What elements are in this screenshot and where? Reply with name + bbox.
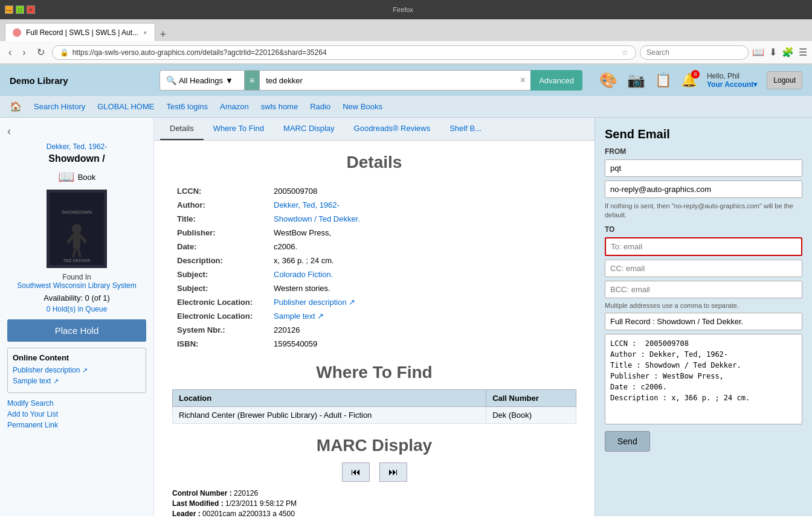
- sample-text-detail-link[interactable]: Sample text ↗: [274, 312, 324, 321]
- notification-bell[interactable]: 📋: [655, 72, 671, 88]
- marc-prev-btn[interactable]: ⏮: [342, 462, 370, 482]
- marc-controls: ⏮ ⏭: [172, 462, 576, 482]
- callnum-col-header: Call Number: [486, 390, 576, 407]
- detail-table: LCCN: 2005009708 Author: Dekker, Ted, 19…: [172, 184, 576, 351]
- nav-new-books[interactable]: New Books: [343, 102, 382, 111]
- from-note: If nothing is sent, then "no-reply@auto-…: [605, 202, 802, 220]
- search-clear-btn[interactable]: ×: [520, 75, 526, 86]
- title-detail-link[interactable]: Showdown / Ted Dekker.: [274, 214, 360, 223]
- add-to-list-link[interactable]: Add to Your List: [7, 410, 146, 418]
- from-default-input[interactable]: [605, 181, 802, 198]
- publisher-desc-link[interactable]: Publisher description ↗: [274, 298, 355, 307]
- forward-button[interactable]: ›: [19, 46, 29, 59]
- minimize-btn[interactable]: —: [5, 5, 13, 14]
- advanced-search-button[interactable]: Advanced: [530, 70, 582, 91]
- tab-where-to-find[interactable]: Where To Find: [204, 118, 274, 140]
- field-label: Subject:: [172, 267, 269, 281]
- field-value: Showdown / Ted Dekker.: [269, 212, 576, 226]
- permanent-link[interactable]: Permanent Link: [7, 421, 146, 429]
- from-label: FROM: [605, 147, 802, 156]
- publisher-description-link[interactable]: Publisher description ↗: [13, 366, 141, 374]
- nav-search-history[interactable]: Search History: [34, 102, 85, 111]
- book-cover: SHOWDOWN TED DEKKER: [47, 190, 107, 268]
- table-row: ISBN: 1595540059: [172, 337, 576, 351]
- camera-icon[interactable]: 📷: [627, 72, 645, 89]
- field-label: Author:: [172, 198, 269, 212]
- field-label: Title:: [172, 212, 269, 226]
- bell-notification[interactable]: 🔔 8: [681, 72, 697, 88]
- tab-goodreads[interactable]: Goodreads® Reviews: [344, 118, 440, 140]
- tab-shelf-browse[interactable]: Shelf B...: [440, 118, 491, 140]
- search-input[interactable]: [260, 70, 530, 91]
- logout-button[interactable]: Logout: [767, 71, 802, 89]
- maximize-btn[interactable]: □: [16, 5, 24, 14]
- title-bar: — □ × Firefox: [0, 0, 812, 19]
- field-label: Publisher:: [172, 226, 269, 240]
- field-value: Colorado Fiction.: [269, 267, 576, 281]
- email-subject-input[interactable]: [605, 313, 802, 330]
- table-row: Electronic Location: Sample text ↗: [172, 309, 576, 323]
- send-email-panel: Send Email FROM If nothing is sent, then…: [594, 118, 812, 516]
- subject-link-1[interactable]: Colorado Fiction.: [274, 270, 333, 279]
- active-tab[interactable]: Full Record | SWLS | SWLS | Aut... ×: [5, 23, 155, 41]
- nav-bar: 🏠 Search History GLOBAL HOME Test6 login…: [0, 96, 812, 118]
- nav-global-home[interactable]: GLOBAL HOME: [97, 102, 154, 111]
- email-body-textarea[interactable]: LCCN : 2005009708 Author : Dekker, Ted, …: [605, 334, 802, 424]
- close-btn[interactable]: ×: [27, 5, 35, 14]
- search-type-selector[interactable]: 🔍 All Headings ▼: [160, 70, 244, 91]
- field-label: Date:: [172, 240, 269, 254]
- browser-search-input[interactable]: [640, 45, 749, 60]
- place-hold-button[interactable]: Place Hold: [7, 319, 146, 342]
- location-cell: Richland Center (Brewer Public Library) …: [173, 407, 486, 424]
- field-label: System Nbr.:: [172, 323, 269, 337]
- holds-queue-link[interactable]: 0 Hold(s) in Queue: [7, 305, 146, 313]
- found-in-system-link[interactable]: Southwest Wisconsin Library System: [17, 281, 136, 290]
- search-type-icon: 🔍: [166, 75, 176, 85]
- download-icon[interactable]: ⬇: [769, 46, 777, 58]
- reader-icon[interactable]: 📖: [752, 46, 764, 58]
- callnum-cell: Dek (Book): [486, 407, 576, 424]
- field-value: Western stories.: [269, 281, 576, 295]
- to-email-input[interactable]: [605, 237, 802, 256]
- tab-close-btn[interactable]: ×: [143, 29, 147, 36]
- bcc-email-input[interactable]: [605, 281, 802, 298]
- nav-test6-logins[interactable]: Test6 logins: [166, 102, 208, 111]
- from-input[interactable]: [605, 159, 802, 177]
- back-button[interactable]: ‹: [5, 46, 15, 59]
- your-account-link[interactable]: Your Account▾: [707, 80, 757, 89]
- nav-radio[interactable]: Radio: [310, 102, 330, 111]
- extensions-icon[interactable]: 🧩: [782, 46, 794, 58]
- list-icon[interactable]: 📋: [655, 72, 671, 88]
- table-row: Subject: Colorado Fiction.: [172, 267, 576, 281]
- send-email-button[interactable]: Send: [605, 431, 650, 452]
- svg-point-4: [72, 224, 82, 234]
- menu-icon[interactable]: ☰: [799, 46, 807, 58]
- external-link-icon: ↗: [82, 366, 88, 374]
- color-wheel-icon[interactable]: 🎨: [599, 72, 617, 89]
- nav-home[interactable]: 🏠: [10, 101, 22, 112]
- cc-email-input[interactable]: [605, 260, 802, 277]
- tab-marc-display[interactable]: MARC Display: [274, 118, 344, 140]
- author-link[interactable]: Dekker, Ted, 1962-: [7, 142, 146, 151]
- marc-next-btn[interactable]: ⏭: [379, 462, 407, 482]
- field-value: Publisher description ↗: [269, 295, 576, 309]
- nav-swls-home[interactable]: swls home: [261, 102, 298, 111]
- new-tab-button[interactable]: +: [155, 28, 172, 41]
- found-in: Found In Southwest Wisconsin Library Sys…: [7, 273, 146, 290]
- reload-button[interactable]: ↻: [33, 45, 48, 59]
- nav-amazon[interactable]: Amazon: [220, 102, 249, 111]
- tab-details[interactable]: Details: [160, 118, 204, 140]
- url-bar[interactable]: 🔒 https://qa-swls-verso.auto-graphics.co…: [52, 45, 636, 60]
- tab-title: Full Record | SWLS | SWLS | Aut...: [26, 28, 138, 37]
- sample-text-link[interactable]: Sample text ↗: [13, 377, 141, 385]
- field-label: Subject:: [172, 281, 269, 295]
- library-name: Demo Library: [10, 75, 68, 86]
- chevron-down-icon: ▼: [225, 76, 233, 85]
- tabs-row: Details Where To Find MARC Display Goodr…: [154, 118, 594, 141]
- back-button[interactable]: ‹: [7, 125, 11, 138]
- table-row: Title: Showdown / Ted Dekker.: [172, 212, 576, 226]
- modify-search-link[interactable]: Modify Search: [7, 399, 146, 408]
- availability: Availability: 0 (of 1): [7, 293, 146, 302]
- bookmark-icon[interactable]: ☆: [622, 48, 628, 57]
- author-detail-link[interactable]: Dekker, Ted, 1962-: [274, 200, 340, 209]
